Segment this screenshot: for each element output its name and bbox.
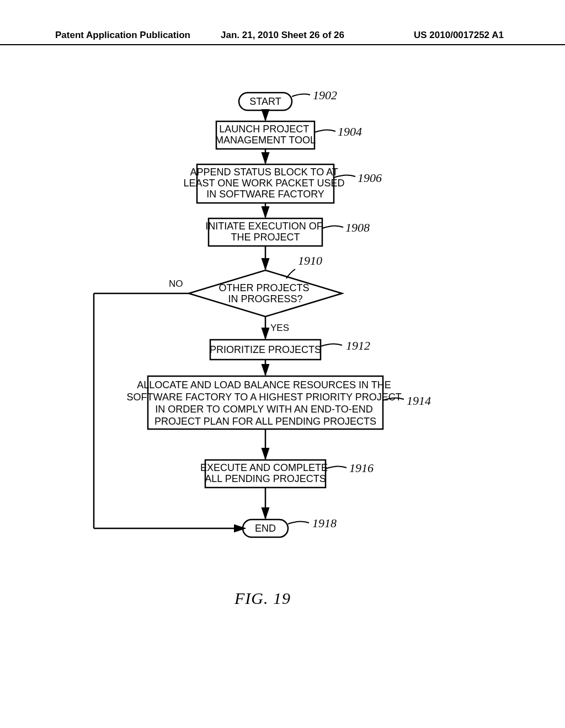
prioritize-node: PRIORITIZE PROJECTS <box>210 340 321 360</box>
allocate-l4: PROJECT PLAN FOR ALL PENDING PROJECTS <box>154 416 376 427</box>
launch-node: LAUNCH PROJECT MANAGEMENT TOOL <box>215 121 316 149</box>
svg-text:LAUNCH PROJECT
      MANAGEMEN: LAUNCH PROJECT MANAGEMENT TOOL <box>215 124 316 146</box>
branch-no: NO <box>169 279 183 289</box>
svg-text:INITIATE EXECUTION OF
      TH: INITIATE EXECUTION OF THE PROJECT <box>205 221 326 243</box>
launch-l1: LAUNCH PROJECT <box>219 124 309 135</box>
execute-node: EXECUTE AND COMPLETE ALL PENDING PROJECT… <box>200 460 331 488</box>
initiate-l1: INITIATE EXECUTION OF <box>205 221 323 232</box>
label-1908: 1908 <box>345 221 370 234</box>
end-text: END <box>255 523 276 534</box>
label-1918: 1918 <box>312 516 337 530</box>
svg-text:OTHER PROJECTS
      IN PROGRE: OTHER PROJECTS IN PROGRESS? <box>218 282 312 304</box>
start-node: START <box>239 93 292 110</box>
initiate-l2: THE PROJECT <box>231 232 300 243</box>
allocate-node: ALLOCATE AND LOAD BALANCE RESOURCES IN T… <box>127 376 404 429</box>
allocate-l1: ALLOCATE AND LOAD BALANCE RESOURCES IN T… <box>137 379 391 390</box>
append-l3: IN SOFTWARE FACTORY <box>206 189 324 200</box>
svg-text:APPEND STATUS BLOCK TO AT
    : APPEND STATUS BLOCK TO AT LEAST ONE WORK… <box>183 167 347 200</box>
svg-text:EXECUTE AND COMPLETE
      ALL: EXECUTE AND COMPLETE ALL PENDING PROJECT… <box>200 462 331 484</box>
label-1914: 1914 <box>407 394 431 408</box>
label-1912: 1912 <box>346 339 370 352</box>
decision-node: OTHER PROJECTS IN PROGRESS? <box>189 270 342 317</box>
label-1916: 1916 <box>349 461 374 475</box>
label-1902: 1902 <box>313 88 337 102</box>
figure-caption: FIG. 19 <box>234 589 291 608</box>
start-text: START <box>249 96 281 107</box>
label-1910: 1910 <box>298 254 322 267</box>
svg-text:ALLOCATE AND LOAD BALANCE RESO: ALLOCATE AND LOAD BALANCE RESOURCES IN T… <box>127 379 404 427</box>
flowchart: START 1902 LAUNCH PROJECT MANAGEMENT TOO… <box>0 0 565 728</box>
append-node: APPEND STATUS BLOCK TO AT LEAST ONE WORK… <box>183 164 347 203</box>
append-l1: APPEND STATUS BLOCK TO AT <box>190 167 338 178</box>
decision-l2: IN PROGRESS? <box>228 293 302 304</box>
launch-l2: MANAGEMENT TOOL <box>215 135 316 146</box>
label-1906: 1906 <box>358 171 382 185</box>
append-l2: LEAST ONE WORK PACKET USED <box>183 178 344 189</box>
branch-yes: YES <box>270 323 289 333</box>
allocate-l2: SOFTWARE FACTORY TO A HIGHEST PRIORITY P… <box>127 392 402 403</box>
label-1904: 1904 <box>338 125 362 138</box>
execute-l2: ALL PENDING PROJECTS <box>205 473 326 484</box>
decision-l1: OTHER PROJECTS <box>218 282 309 293</box>
prioritize-text: PRIORITIZE PROJECTS <box>210 344 321 355</box>
allocate-l3: IN ORDER TO COMPLY WITH AN END-TO-END <box>155 404 372 415</box>
execute-l1: EXECUTE AND COMPLETE <box>200 462 328 473</box>
initiate-node: INITIATE EXECUTION OF THE PROJECT <box>205 218 326 246</box>
end-node: END <box>243 520 288 537</box>
